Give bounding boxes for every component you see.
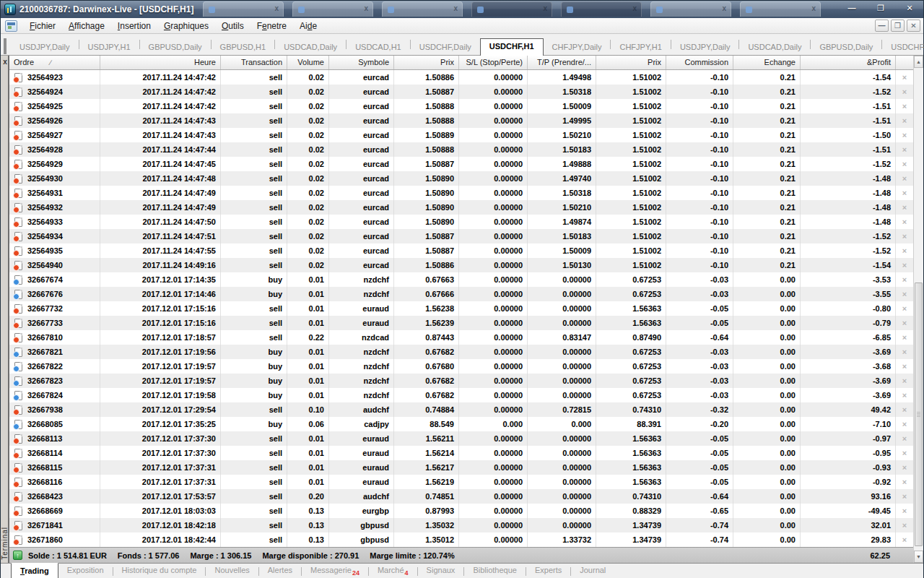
scroll-down-icon[interactable]: ▼ [914,551,923,563]
vertical-scrollbar[interactable]: ▲ ▼ [913,56,923,563]
close-order-icon[interactable]: × [896,446,913,460]
chart-tab-usdchf-daily[interactable]: USDCHF,Daily [411,40,480,55]
close-order-icon[interactable]: × [896,243,913,258]
tab-trading[interactable]: Trading [11,563,58,578]
menu-outils[interactable]: Outils [215,19,250,33]
close-order-icon[interactable]: × [896,359,913,374]
column-header-commission[interactable]: Commission [666,56,733,69]
chart-tab-usdchf-h1[interactable]: USDCHF,H1 [480,38,544,56]
tab-historique-du-compte[interactable]: Historique du compte [113,564,206,577]
tab-alertes[interactable]: Alertes [259,564,301,577]
close-order-icon[interactable]: × [896,171,913,186]
order-row[interactable]: 326718412017.12.01 18:42:18sell0.13gbpus… [9,518,913,532]
column-header-swap[interactable]: Echange [733,56,801,69]
close-order-icon[interactable]: × [896,287,913,301]
order-row[interactable]: 326678212017.12.01 17:19:56buy0.01nzdchf… [9,345,913,359]
close-order-icon[interactable]: × [896,258,913,272]
menu-aide[interactable]: Aide [293,19,323,33]
column-header-type[interactable]: Transaction [221,56,287,69]
close-order-icon[interactable]: × [896,70,913,85]
order-row[interactable]: 325649352017.11.24 14:47:55sell0.02eurca… [9,243,913,258]
mdi-close-button[interactable]: ✕ [907,20,920,32]
column-header-price2[interactable]: Prix [596,56,666,69]
menu-affichage[interactable]: Affichage [62,19,111,33]
chart-tab-usdcad-daily[interactable]: USDCAD,Daily [275,40,346,55]
chart-tab-usdchf-daily[interactable]: USDCHF,Daily [882,40,924,55]
close-order-icon[interactable]: × [896,301,913,316]
mdi-minimize-button[interactable]: — [875,20,889,32]
close-button[interactable]: ✕ [900,3,919,14]
close-order-icon[interactable]: × [896,316,913,330]
order-row[interactable]: 325649342017.11.24 14:47:51sell0.02eurca… [9,229,913,243]
order-row[interactable]: 325649262017.11.24 14:47:43sell0.02eurca… [9,113,913,128]
scrollbar-thumb[interactable] [915,282,923,546]
close-order-icon[interactable]: × [896,113,913,128]
chart-tab-usdjpy-h1[interactable]: USDJPY,H1 [79,40,139,55]
close-order-icon[interactable]: × [896,330,913,345]
column-header-price[interactable]: Prix [394,56,459,69]
order-row[interactable]: 325649232017.11.24 14:47:42sell0.02eurca… [9,70,913,85]
close-order-icon[interactable]: × [896,374,913,388]
column-header-volume[interactable]: Volume [287,56,329,69]
close-order-icon[interactable]: × [896,142,913,157]
order-row[interactable]: 326677332017.12.01 17:15:16sell0.01eurau… [9,316,913,330]
chart-tab-gbpusd-h1[interactable]: GBPUSD,H1 [212,40,275,55]
menu-insertion[interactable]: Insertion [111,19,157,33]
order-row[interactable]: 325649242017.11.24 14:47:42sell0.02eurca… [9,85,913,99]
close-order-icon[interactable]: × [896,460,913,475]
order-row[interactable]: 326681152017.12.01 17:37:31sell0.01eurau… [9,460,913,475]
order-row[interactable]: 326678102017.12.01 17:18:57sell0.22nzdca… [9,330,913,345]
menu-fenetre[interactable]: Fenetre [250,19,293,33]
order-row[interactable]: 326677322017.12.01 17:15:16sell0.01eurau… [9,301,913,316]
chart-tab-usdcad-h1[interactable]: USDCAD,H1 [346,40,410,55]
scroll-up-icon[interactable]: ▲ [914,56,923,68]
chart-tab-usdcad-daily[interactable]: USDCAD,Daily [739,40,810,55]
chart-tab-usdjpy-daily[interactable]: USDJPY,Daily [671,40,739,55]
tab-messagerie[interactable]: Messagerie24 [302,564,368,578]
order-row[interactable]: 325649302017.11.24 14:47:48sell0.02eurca… [9,171,913,186]
minimize-button[interactable]: — [842,3,861,14]
close-order-icon[interactable]: × [896,417,913,431]
order-row[interactable]: 325649312017.11.24 14:47:49sell0.02eurca… [9,186,913,200]
chart-tab-usdjpy-daily[interactable]: USDJPY,Daily [11,40,79,55]
order-row[interactable]: 326681142017.12.01 17:37:30sell0.01eurau… [9,446,913,460]
chart-tab-chfjpy-daily[interactable]: CHFJPY,Daily [544,40,611,55]
order-row[interactable]: 326681132017.12.01 17:37:30sell0.01eurau… [9,431,913,446]
tab-nouvelles[interactable]: Nouvelles [206,564,258,577]
order-row[interactable]: 326686692017.12.01 18:03:03sell0.13eurgb… [9,504,913,518]
mdi-restore-button[interactable]: ❐ [891,20,905,32]
order-row[interactable]: 326679382017.12.01 17:29:54sell0.10audch… [9,402,913,417]
order-row[interactable]: 326676762017.12.01 17:14:46buy0.01nzdchf… [9,287,913,301]
close-order-icon[interactable]: × [896,128,913,142]
order-row[interactable]: 326678222017.12.01 17:19:57buy0.01nzdchf… [9,359,913,374]
close-order-icon[interactable]: × [896,157,913,171]
close-order-icon[interactable]: × [896,475,913,489]
close-order-icon[interactable]: × [896,215,913,229]
order-row[interactable]: 326684232017.12.01 17:53:57sell0.20audch… [9,489,913,504]
tabbar-grip[interactable] [4,38,6,54]
menu-fichier[interactable]: Fichier [23,19,62,33]
tab-experts[interactable]: Experts [526,564,570,577]
order-row[interactable]: 326678232017.12.01 17:19:57buy0.01nzdchf… [9,374,913,388]
close-order-icon[interactable]: × [896,402,913,417]
close-order-icon[interactable]: × [896,272,913,287]
order-row[interactable]: 325649402017.11.24 14:49:16sell0.02eurca… [9,258,913,272]
order-row[interactable]: 325649272017.11.24 14:47:43sell0.02eurca… [9,128,913,142]
tab-march[interactable]: Marché4 [369,564,417,578]
close-order-icon[interactable]: × [896,431,913,446]
column-header-order[interactable]: Ordre∕ [9,56,100,69]
column-header-symbol[interactable]: Symbole [329,56,394,69]
order-row[interactable]: 326681162017.12.01 17:37:31sell0.01eurau… [9,475,913,489]
close-order-icon[interactable]: × [896,345,913,359]
close-order-icon[interactable]: × [896,532,913,547]
order-row[interactable]: 325649292017.11.24 14:47:45sell0.02eurca… [9,157,913,171]
chart-tab-gbpusd-daily[interactable]: GBPUSD,Daily [140,40,211,55]
chart-tab-gbpusd-daily[interactable]: GBPUSD,Daily [811,40,881,55]
tab-journal[interactable]: Journal [571,564,614,577]
chart-tab-chfjpy-h1[interactable]: CHFJPY,H1 [611,40,670,55]
tab-signaux[interactable]: Signaux [418,564,464,577]
order-row[interactable]: 326676742017.12.01 17:14:35buy0.01nzdchf… [9,272,913,287]
menu-graphiques[interactable]: Graphiques [157,19,215,33]
maximize-button[interactable]: ❐ [871,3,890,14]
close-order-icon[interactable]: × [896,99,913,113]
